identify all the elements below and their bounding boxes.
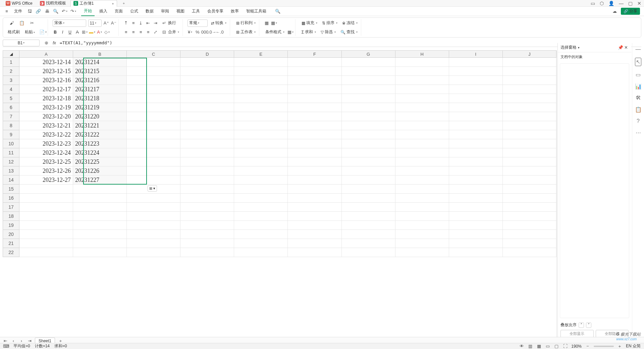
cell[interactable]: 20231216 (73, 76, 127, 85)
tool-icon[interactable]: 🛠 (636, 95, 641, 101)
cell[interactable] (234, 130, 288, 139)
cell[interactable] (180, 112, 234, 121)
cell[interactable] (395, 194, 449, 203)
cell[interactable]: 20231219 (73, 103, 127, 112)
merge-button[interactable]: ⊟合并 (160, 29, 180, 36)
fill-button[interactable]: ▦ 填充 (300, 19, 319, 27)
cell[interactable] (503, 166, 556, 176)
col-header-D[interactable]: D (180, 50, 234, 58)
cell[interactable] (449, 230, 503, 239)
show-all-button[interactable]: 全部显示 (560, 330, 594, 338)
decrease-font-icon[interactable]: A⁻ (111, 20, 116, 26)
cell[interactable] (395, 139, 449, 148)
format-painter-button[interactable]: 🖌 (8, 20, 16, 27)
menu-view[interactable]: 视图 (174, 7, 187, 16)
indent-inc-icon[interactable]: ⇥ (153, 20, 158, 26)
clear-format-icon[interactable]: ◇ (104, 30, 110, 35)
row-header[interactable]: 14 (3, 176, 19, 185)
clip-icon[interactable]: 📋 (635, 106, 642, 113)
cell[interactable] (234, 194, 288, 203)
menu-data[interactable]: 数据 (143, 7, 156, 16)
comma-icon[interactable]: 000 (202, 30, 208, 35)
cell[interactable] (234, 76, 288, 85)
cell[interactable] (449, 221, 503, 230)
cell[interactable] (449, 203, 503, 212)
cell-style-icon[interactable]: ▦ (271, 20, 277, 26)
underline-icon[interactable]: U (67, 30, 73, 35)
cell[interactable]: 2023-12-26 (19, 166, 73, 176)
cell[interactable] (449, 112, 503, 121)
col-header-F[interactable]: F (288, 50, 341, 58)
menu-file[interactable]: 文件 (11, 7, 25, 16)
close-icon[interactable]: ✕ (637, 1, 641, 6)
cell[interactable] (127, 212, 180, 221)
zoom-in-icon[interactable]: ＋ (617, 344, 623, 349)
copy-icon[interactable]: 📄 (40, 30, 46, 35)
zoom-out-icon[interactable]: − (585, 344, 590, 349)
zoom-fit-icon[interactable]: ⛶ (562, 344, 568, 349)
dec-inc-icon[interactable]: .0→ (210, 30, 215, 35)
cell[interactable] (503, 121, 556, 130)
cell[interactable] (342, 194, 395, 203)
cell[interactable]: 2023-12-14 (19, 58, 73, 67)
cell[interactable]: 2023-12-23 (19, 139, 73, 148)
cell[interactable] (395, 230, 449, 239)
cell[interactable] (180, 130, 234, 139)
row-header[interactable]: 12 (3, 157, 19, 166)
cell[interactable] (127, 121, 180, 130)
cell[interactable] (180, 121, 234, 130)
cell[interactable] (503, 58, 556, 67)
zoom-slider[interactable] (594, 346, 614, 347)
cell[interactable] (180, 248, 234, 257)
cell[interactable] (395, 121, 449, 130)
more-icon[interactable]: ⋯ (636, 130, 641, 136)
cell[interactable] (342, 130, 395, 139)
row-header[interactable]: 21 (3, 239, 19, 248)
tab-wps-home[interactable]: WWPS Office (3, 0, 36, 7)
view-split-icon[interactable]: ▥ (528, 344, 533, 349)
cell[interactable] (395, 76, 449, 85)
cell[interactable] (395, 130, 449, 139)
cell[interactable]: 2023-12-20 (19, 112, 73, 121)
row-header[interactable]: 17 (3, 203, 19, 212)
cell[interactable] (288, 121, 341, 130)
cell[interactable] (19, 230, 73, 239)
cell[interactable] (449, 212, 503, 221)
cell[interactable] (503, 212, 556, 221)
pin-icon[interactable]: 📌 (618, 45, 623, 50)
cell[interactable]: 20231227 (73, 176, 127, 185)
cell[interactable] (342, 157, 395, 166)
cell[interactable] (395, 67, 449, 76)
cell[interactable] (288, 139, 341, 148)
cell[interactable] (19, 239, 73, 248)
spreadsheet-grid[interactable]: ◢ ABCDEFGHIJ 12023-12-142023121422023-12… (3, 50, 557, 340)
row-header[interactable]: 19 (3, 221, 19, 230)
cell[interactable] (449, 239, 503, 248)
cell[interactable]: 20231215 (73, 67, 127, 76)
convert-button[interactable]: ⇄ 转换 (210, 19, 228, 27)
cell[interactable]: 2023-12-18 (19, 94, 73, 103)
cell[interactable] (234, 166, 288, 176)
worksheet-button[interactable]: ⊞ 工作表 (235, 29, 257, 36)
cell[interactable] (503, 148, 556, 157)
tab-workbook[interactable]: S工作簿1● (70, 0, 117, 7)
menu-start[interactable]: 开始 (81, 7, 95, 16)
cell[interactable] (395, 94, 449, 103)
cell[interactable] (342, 112, 395, 121)
row-header[interactable]: 22 (3, 248, 19, 257)
cell[interactable] (288, 130, 341, 139)
search-icon[interactable]: 🔍 (275, 9, 280, 14)
bold-icon[interactable]: B (53, 30, 58, 35)
cell[interactable]: 2023-12-16 (19, 76, 73, 85)
cell[interactable] (342, 76, 395, 85)
align-middle-icon[interactable]: ≡ (131, 20, 136, 26)
cell[interactable] (234, 212, 288, 221)
cell[interactable]: 20231222 (73, 130, 127, 139)
pane-icon[interactable]: ▭ (636, 71, 641, 78)
align-justify-icon[interactable]: ≡ (146, 30, 151, 35)
cell[interactable]: 20231225 (73, 157, 127, 166)
wrap-button[interactable]: ↵换行 (160, 19, 177, 27)
col-header-C[interactable]: C (127, 50, 180, 58)
cell[interactable] (342, 94, 395, 103)
font-color-icon[interactable]: A (97, 30, 102, 35)
